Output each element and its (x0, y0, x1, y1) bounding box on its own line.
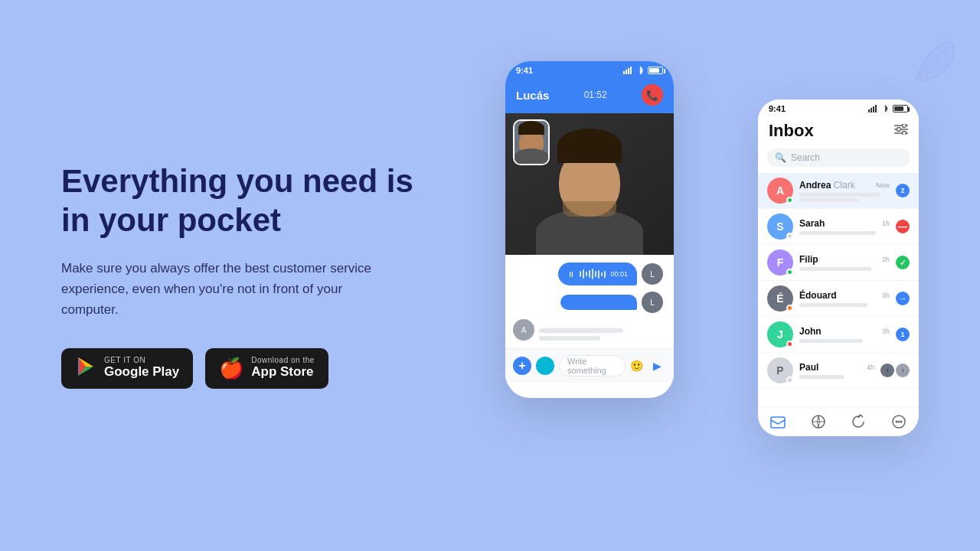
small-video-overlay (513, 119, 550, 165)
paul-avatar: P (767, 357, 793, 383)
subtext: Make sure you always offer the best cust… (61, 258, 383, 321)
svg-rect-11 (875, 105, 877, 112)
chat-input-bar: + Write something 🙂 ▶ (505, 348, 674, 383)
andrea-avatar: A (767, 178, 793, 204)
search-bar[interactable]: 🔍 Search (767, 148, 910, 167)
sarah-avatar: S (767, 214, 793, 240)
apple-icon: 🍎 (219, 358, 243, 378)
audio-message: ⏸ 00:01 L (513, 262, 663, 285)
sarah-content: Sarah 1h (799, 218, 890, 235)
camera-button[interactable] (536, 357, 554, 375)
svg-rect-5 (626, 70, 627, 74)
google-play-icon (75, 356, 96, 381)
caller-name: Lucás (516, 89, 549, 102)
sender-avatar-2: L (642, 292, 663, 313)
inbox-item-paul[interactable]: P Paul 4h ↑ ↑ (758, 353, 919, 389)
svg-rect-7 (630, 67, 632, 74)
sarah-name: Sarah (799, 218, 825, 229)
inbox-item-john[interactable]: J John 3h 1 (758, 317, 919, 353)
inbox-item-andrea[interactable]: A Andrea Clark Now 2 (758, 173, 919, 209)
left-section: Everything you need is in your pocket Ma… (61, 162, 444, 388)
google-play-button[interactable]: GET IT ON Google Play (61, 348, 193, 389)
filip-content: Filip 2h (799, 254, 890, 271)
inbox-header: Inbox (758, 118, 919, 148)
app-store-button[interactable]: 🍎 Download on the App Store (205, 348, 328, 389)
edouard-time: 3h (882, 292, 890, 299)
app-buttons-group: GET IT ON Google Play 🍎 Download on the … (61, 348, 444, 389)
svg-rect-9 (871, 108, 872, 112)
inbox-nav-refresh[interactable] (850, 413, 867, 430)
inbox-item-sarah[interactable]: S Sarah 1h — (758, 209, 919, 245)
video-area (505, 113, 674, 255)
inbox-item-filip[interactable]: F Filip 2h ✓ (758, 245, 919, 281)
sarah-time: 1h (882, 220, 890, 227)
add-button[interactable]: + (513, 357, 531, 375)
headline: Everything you need is in your pocket (61, 162, 444, 240)
edouard-avatar: É (767, 285, 793, 311)
svg-rect-6 (628, 68, 629, 74)
filip-time: 2h (882, 256, 890, 263)
inbox-item-edouard[interactable]: É Édouard 3h → (758, 281, 919, 317)
sarah-badge: — (896, 220, 910, 233)
andrea-time: Now (876, 181, 890, 189)
video-time: 9:41 (516, 66, 533, 75)
john-time: 3h (882, 328, 890, 335)
inbox-status-bar: 9:41 (758, 99, 919, 118)
edouard-name: Édouard (799, 290, 837, 301)
app-store-small-text: Download on the (251, 356, 315, 364)
message-input[interactable]: Write something (559, 355, 626, 377)
paul-time: 4h (867, 364, 874, 371)
john-name: John (799, 326, 822, 337)
filter-icon[interactable] (894, 124, 908, 138)
google-play-text: GET IT ON Google Play (104, 356, 179, 380)
filip-avatar: F (767, 249, 793, 276)
inbox-nav-inbox[interactable] (769, 413, 786, 430)
svg-rect-18 (771, 417, 785, 428)
google-play-small-text: GET IT ON (104, 356, 179, 364)
inbox-list: A Andrea Clark Now 2 (758, 173, 919, 389)
filip-badge: ✓ (896, 256, 910, 269)
john-badge: 1 (896, 328, 910, 341)
chat-area: ⏸ 00:01 L (505, 255, 674, 348)
john-avatar: J (767, 321, 793, 347)
sender-avatar: L (642, 263, 663, 285)
audio-bubble: ⏸ 00:01 (558, 262, 637, 285)
app-store-text: Download on the App Store (251, 356, 315, 380)
received-message: A (513, 319, 666, 341)
inbox-title: Inbox (769, 121, 814, 141)
edouard-badge: → (896, 292, 910, 305)
end-call-button[interactable]: 📞 (642, 84, 663, 106)
inbox-nav-more[interactable] (890, 413, 907, 430)
emoji-button[interactable]: 🙂 (630, 360, 643, 372)
call-header: Lucás 01:52 📞 (505, 80, 674, 113)
andrea-badge: 2 (896, 184, 910, 197)
svg-rect-8 (868, 109, 870, 112)
inbox-status-icons (868, 105, 908, 112)
inbox-nav-globe[interactable] (810, 413, 827, 430)
edouard-content: Édouard 3h (799, 290, 890, 307)
search-icon: 🔍 (775, 152, 786, 163)
andrea-name: Andrea Clark (799, 180, 855, 191)
paul-badges: ↑ ↑ (880, 364, 910, 377)
send-button[interactable]: ▶ (648, 357, 666, 375)
john-content: John 3h (799, 326, 890, 343)
svg-rect-4 (623, 71, 625, 74)
search-placeholder: Search (791, 152, 820, 163)
svg-point-22 (895, 421, 897, 423)
receiver-avatar: A (513, 319, 534, 341)
svg-point-23 (897, 421, 900, 423)
svg-rect-10 (873, 106, 874, 112)
phones-container: 9:41 Lucás 01:52 📞 (490, 38, 919, 513)
google-play-large-text: Google Play (104, 364, 179, 380)
blue-message: L (513, 292, 663, 313)
paul-content: Paul 4h (799, 362, 874, 379)
phone-inbox-mockup: 9:41 Inbox 🔍 Search (758, 99, 919, 436)
inbox-bottom-nav (758, 406, 919, 436)
andrea-content: Andrea Clark Now (799, 180, 890, 202)
blue-bubble (560, 295, 637, 310)
phone-video-mockup: 9:41 Lucás 01:52 📞 (505, 61, 674, 398)
inbox-time: 9:41 (769, 104, 786, 113)
status-icons (623, 67, 663, 74)
filip-name: Filip (799, 254, 818, 265)
paul-name: Paul (799, 362, 818, 373)
